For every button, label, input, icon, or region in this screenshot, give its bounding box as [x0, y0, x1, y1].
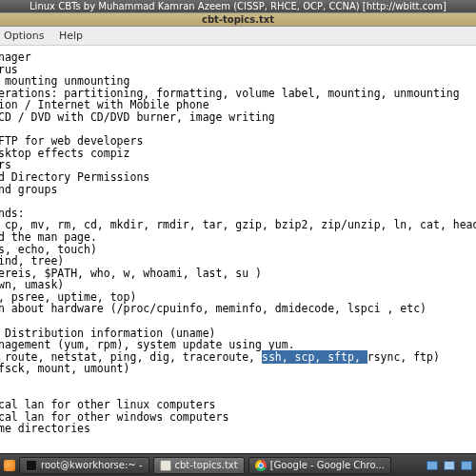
- terminal-icon: [26, 460, 37, 471]
- outer-title-bar: Linux CBTs by Muhammad Kamran Azeem (CIS…: [0, 0, 476, 12]
- taskbar: root@kworkhorse:~ - cbt-topics.txt [Goog…: [0, 453, 476, 476]
- taskbar-item-label: cbt-topics.txt: [175, 460, 238, 470]
- text-selection: ssh, scp, sftp,: [262, 350, 367, 364]
- menu-help[interactable]: Help: [59, 30, 83, 42]
- outer-title-text: Linux CBTs by Muhammad Kamran Azeem (CIS…: [30, 1, 446, 11]
- window-frame: Linux CBTs by Muhammad Kamran Azeem (CIS…: [0, 0, 476, 476]
- menu-options[interactable]: Options: [4, 30, 44, 42]
- editor-viewport[interactable]: nager rus mounting unmounting erations: …: [0, 46, 476, 453]
- taskbar-item-terminal[interactable]: root@kworkhorse:~ -: [19, 457, 149, 474]
- tray-icon[interactable]: [426, 461, 438, 470]
- system-tray: [426, 461, 472, 470]
- inner-title-bar[interactable]: cbt-topics.txt: [0, 12, 476, 27]
- menubar: Options Help: [0, 27, 476, 46]
- taskbar-item-gedit[interactable]: cbt-topics.txt: [153, 457, 245, 474]
- editor-text[interactable]: nager rus mounting unmounting erations: …: [0, 51, 476, 435]
- taskbar-item-label: root@kworkhorse:~ -: [41, 460, 143, 470]
- inner-title-text: cbt-topics.txt: [202, 14, 274, 25]
- chrome-icon: [255, 460, 267, 471]
- tray-icon[interactable]: [461, 461, 472, 470]
- taskbar-item-chrome[interactable]: [Google - Google Chro...: [248, 457, 391, 474]
- gedit-icon: [160, 460, 171, 471]
- text-before-selection: nager rus mounting unmounting erations: …: [0, 50, 476, 364]
- firefox-icon[interactable]: [4, 460, 15, 471]
- tray-icon[interactable]: [444, 461, 455, 470]
- taskbar-item-label: [Google - Google Chro...: [270, 460, 385, 470]
